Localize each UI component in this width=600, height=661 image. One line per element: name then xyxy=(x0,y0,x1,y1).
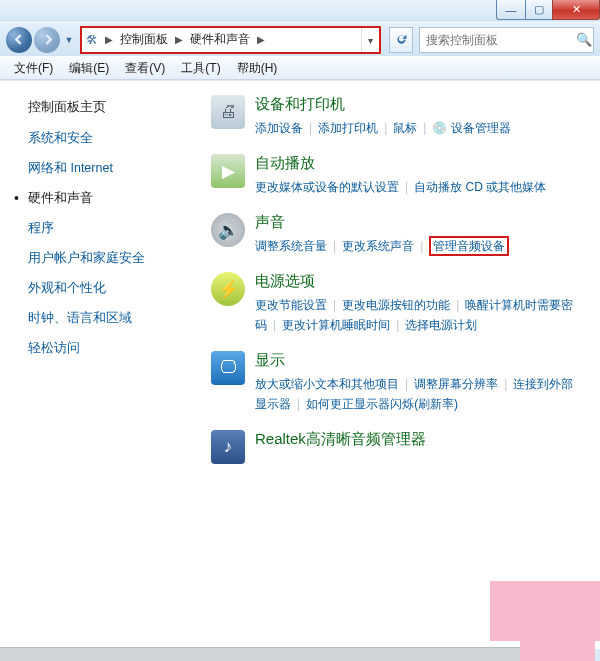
menu-view[interactable]: 查看(V) xyxy=(117,60,173,77)
separator: | xyxy=(450,298,465,312)
task-link[interactable]: 放大或缩小文本和其他项目 xyxy=(255,377,399,391)
back-button[interactable] xyxy=(6,27,32,53)
realtek-icon: ♪ xyxy=(211,430,245,464)
menu-file[interactable]: 文件(F) xyxy=(6,60,61,77)
control-panel-icon: 🛠 xyxy=(82,33,102,47)
task-link[interactable]: 💿 设备管理器 xyxy=(432,121,510,135)
menu-edit[interactable]: 编辑(E) xyxy=(61,60,117,77)
main-content: 🖨设备和打印机添加设备|添加打印机|鼠标|💿 设备管理器▶自动播放更改媒体或设备… xyxy=(205,81,600,649)
task-link[interactable]: 自动播放 CD 或其他媒体 xyxy=(414,180,546,194)
status-bar xyxy=(0,647,520,661)
category: ▶自动播放更改媒体或设备的默认设置|自动播放 CD 或其他媒体 xyxy=(211,154,580,197)
breadcrumb: ▶ 控制面板 ▶ 硬件和声音 ▶ xyxy=(102,31,361,48)
sidebar-item[interactable]: 网络和 Internet xyxy=(28,160,205,177)
navigation-bar: ▼ 🛠 ▶ 控制面板 ▶ 硬件和声音 ▶ ▾ 🔍 xyxy=(0,22,600,56)
sidebar-item[interactable]: 轻松访问 xyxy=(28,340,205,357)
sidebar-item[interactable]: 外观和个性化 xyxy=(28,280,205,297)
separator: | xyxy=(414,239,429,253)
task-link[interactable]: 调整系统音量 xyxy=(255,239,327,253)
refresh-button[interactable] xyxy=(389,27,413,53)
chevron-right-icon[interactable]: ▶ xyxy=(172,34,186,45)
overlay xyxy=(520,639,595,661)
chevron-right-icon[interactable]: ▶ xyxy=(102,34,116,45)
nav-history-button[interactable]: ▼ xyxy=(62,35,76,45)
separator: | xyxy=(267,318,282,332)
refresh-icon xyxy=(395,33,408,46)
task-link[interactable]: 更改系统声音 xyxy=(342,239,414,253)
overlay xyxy=(490,581,600,641)
menu-bar: 文件(F) 编辑(E) 查看(V) 工具(T) 帮助(H) xyxy=(0,56,600,80)
forward-button[interactable] xyxy=(34,27,60,53)
task-link[interactable]: 更改节能设置 xyxy=(255,298,327,312)
separator: | xyxy=(327,239,342,253)
breadcrumb-item[interactable]: 硬件和声音 xyxy=(186,31,254,48)
close-button[interactable]: ✕ xyxy=(552,0,600,20)
separator: | xyxy=(498,377,513,391)
display-icon: 🖵 xyxy=(211,351,245,385)
window-titlebar: — ▢ ✕ xyxy=(0,0,600,22)
sidebar-title[interactable]: 控制面板主页 xyxy=(28,99,205,116)
maximize-button[interactable]: ▢ xyxy=(525,0,552,20)
sidebar: 控制面板主页 系统和安全网络和 Internet硬件和声音程序用户帐户和家庭安全… xyxy=(0,81,205,649)
task-link[interactable]: 选择电源计划 xyxy=(405,318,477,332)
menu-help[interactable]: 帮助(H) xyxy=(229,60,286,77)
task-link[interactable]: 添加打印机 xyxy=(318,121,378,135)
menu-tools[interactable]: 工具(T) xyxy=(173,60,228,77)
address-bar[interactable]: 🛠 ▶ 控制面板 ▶ 硬件和声音 ▶ ▾ xyxy=(80,26,381,54)
chevron-right-icon[interactable]: ▶ xyxy=(254,34,268,45)
task-link[interactable]: 更改媒体或设备的默认设置 xyxy=(255,180,399,194)
power-icon: ⚡ xyxy=(211,272,245,306)
window-buttons: — ▢ ✕ xyxy=(496,0,600,20)
address-dropdown[interactable]: ▾ xyxy=(361,28,379,52)
category-title[interactable]: 自动播放 xyxy=(255,154,580,173)
task-link[interactable]: 更改电源按钮的功能 xyxy=(342,298,450,312)
task-link[interactable]: 管理音频设备 xyxy=(429,236,509,256)
separator: | xyxy=(399,377,414,391)
category: 🔊声音调整系统音量|更改系统声音|管理音频设备 xyxy=(211,213,580,256)
category-title[interactable]: 显示 xyxy=(255,351,580,370)
separator: | xyxy=(390,318,405,332)
category: 🖵显示放大或缩小文本和其他项目|调整屏幕分辨率|连接到外部显示器|如何更正显示器… xyxy=(211,351,580,414)
sidebar-item[interactable]: 系统和安全 xyxy=(28,130,205,147)
search-icon[interactable]: 🔍 xyxy=(576,32,592,47)
task-link[interactable]: 更改计算机睡眠时间 xyxy=(282,318,390,332)
breadcrumb-item[interactable]: 控制面板 xyxy=(116,31,172,48)
autoplay-icon: ▶ xyxy=(211,154,245,188)
separator: | xyxy=(399,180,414,194)
minimize-button[interactable]: — xyxy=(496,0,525,20)
category-title[interactable]: Realtek高清晰音频管理器 xyxy=(255,430,580,449)
content-body: 控制面板主页 系统和安全网络和 Internet硬件和声音程序用户帐户和家庭安全… xyxy=(0,80,600,649)
separator: | xyxy=(291,397,306,411)
separator: | xyxy=(378,121,393,135)
category-title[interactable]: 声音 xyxy=(255,213,580,232)
category-title[interactable]: 设备和打印机 xyxy=(255,95,580,114)
nav-arrows: ▼ xyxy=(6,27,76,53)
separator: | xyxy=(417,121,432,135)
task-link[interactable]: 添加设备 xyxy=(255,121,303,135)
category: ⚡电源选项更改节能设置|更改电源按钮的功能|唤醒计算机时需要密码|更改计算机睡眠… xyxy=(211,272,580,335)
category: ♪Realtek高清晰音频管理器 xyxy=(211,430,580,464)
task-link[interactable]: 鼠标 xyxy=(393,121,417,135)
sidebar-item[interactable]: 程序 xyxy=(28,220,205,237)
printer-icon: 🖨 xyxy=(211,95,245,129)
arrow-right-icon xyxy=(42,34,53,45)
separator: | xyxy=(327,298,342,312)
sidebar-item[interactable]: 用户帐户和家庭安全 xyxy=(28,250,205,267)
task-link[interactable]: 调整屏幕分辨率 xyxy=(414,377,498,391)
sidebar-item[interactable]: 时钟、语言和区域 xyxy=(28,310,205,327)
arrow-left-icon xyxy=(14,34,25,45)
sound-icon: 🔊 xyxy=(211,213,245,247)
search-box[interactable]: 🔍 xyxy=(419,27,594,53)
separator: | xyxy=(303,121,318,135)
category: 🖨设备和打印机添加设备|添加打印机|鼠标|💿 设备管理器 xyxy=(211,95,580,138)
sidebar-item[interactable]: 硬件和声音 xyxy=(28,190,205,207)
category-title[interactable]: 电源选项 xyxy=(255,272,580,291)
task-link[interactable]: 如何更正显示器闪烁(刷新率) xyxy=(306,397,458,411)
search-input[interactable] xyxy=(426,33,576,47)
